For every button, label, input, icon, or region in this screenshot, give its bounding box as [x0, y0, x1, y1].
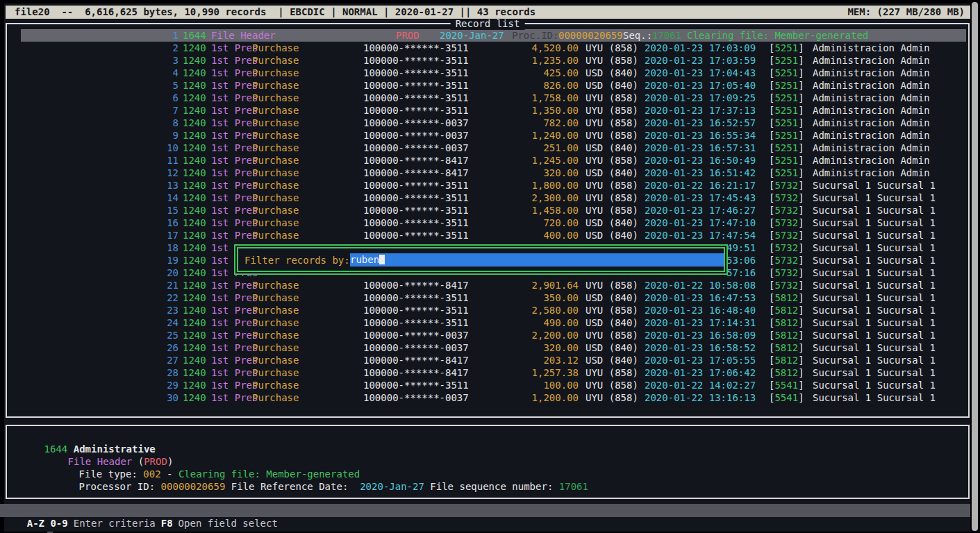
- filter-input[interactable]: ruben: [350, 253, 724, 266]
- mcc-code: [5251]: [769, 154, 804, 167]
- amount: 1,350.00: [479, 104, 579, 117]
- status-keys-2: F8: [161, 518, 173, 529]
- record-row[interactable]: 912401st PresPurchase100000-******-00371…: [0, 129, 970, 142]
- transaction-type: Purchase: [252, 104, 299, 117]
- record-row[interactable]: 2712401st PresPurchase100000-******-8417…: [0, 354, 970, 366]
- record-row[interactable]: 1712401st PresPurchase100000-******-3511…: [0, 229, 970, 242]
- record-subtype: 1st Pres: [211, 129, 258, 142]
- transaction-type: Purchase: [252, 42, 299, 54]
- record-no: 29: [139, 379, 178, 391]
- merchant-name: Sucursal 1 Sucursal 1: [813, 217, 936, 229]
- record-type: 1240: [183, 204, 206, 217]
- record-row[interactable]: 1212401st PresPurchase100000-******-8417…: [0, 167, 970, 179]
- datetime: 2020-01-23 16:47:53: [645, 291, 756, 304]
- record-row[interactable]: 712401st PresPurchase100000-******-35111…: [0, 104, 970, 117]
- record-no: 22: [139, 291, 178, 304]
- record-row[interactable]: 1012401st PresPurchase100000-******-0037…: [0, 142, 970, 154]
- merchant-name: Sucursal 1 Sucursal 1: [813, 366, 936, 379]
- record-row[interactable]: 3012401st PresPurchase100000-******-0037…: [0, 391, 970, 404]
- record-subtype: 1st Pres: [211, 279, 258, 291]
- record-no: 6: [139, 92, 178, 104]
- merchant-name: Administracion Admin: [813, 67, 930, 79]
- record-row[interactable]: 1412401st PresPurchase100000-******-3511…: [0, 192, 970, 204]
- record-row[interactable]: 1612401st PresPurchase100000-******-3511…: [0, 217, 970, 229]
- card-number: 100000-******-3511: [363, 229, 469, 242]
- record-no: 4: [139, 67, 178, 79]
- card-number: 100000-******-3511: [363, 192, 469, 204]
- mcc-code: [5812]: [769, 341, 804, 354]
- record-row[interactable]: 512401st PresPurchase100000-******-35118…: [0, 79, 970, 92]
- record-no: 27: [139, 354, 178, 366]
- card-number: 100000-******-0037: [363, 329, 469, 341]
- record-row[interactable]: 212401st PresPurchase100000-******-35114…: [0, 42, 970, 54]
- filter-input-value: ruben: [350, 254, 379, 265]
- record-row[interactable]: 2212401st PresPurchase100000-******-3511…: [0, 291, 970, 304]
- record-row[interactable]: 312401st PresPurchase100000-******-35111…: [0, 54, 970, 67]
- record-row[interactable]: 812401st PresPurchase100000-******-00377…: [0, 117, 970, 129]
- mcc-code: [5732]: [769, 229, 804, 242]
- record-row[interactable]: 1312401st PresPurchase100000-******-3511…: [0, 179, 970, 192]
- amount: 4,520.00: [479, 42, 579, 54]
- card-number: 100000-******-3511: [363, 304, 469, 316]
- record-row[interactable]: 1512401st PresPurchase100000-******-3511…: [0, 204, 970, 217]
- record-no: 23: [139, 304, 178, 316]
- record-row[interactable]: 412401st PresPurchase100000-******-35114…: [0, 67, 970, 79]
- record-row[interactable]: 2612401st PresPurchase100000-******-0037…: [0, 341, 970, 354]
- currency: USD (840): [585, 79, 638, 92]
- record-no: 25: [139, 329, 178, 341]
- record-row[interactable]: 1112401st PresPurchase100000-******-8417…: [0, 154, 970, 167]
- amount: 1,245.00: [479, 154, 579, 167]
- status-hint-2: Open field select: [178, 518, 278, 529]
- record-subtype: 1st Pres: [211, 67, 258, 79]
- currency: UYU (858): [585, 179, 638, 192]
- record-type: 1240: [183, 304, 206, 316]
- record-row[interactable]: 2312401st PresPurchase100000-******-3511…: [0, 304, 970, 316]
- merchant-name: Sucursal 1 Sucursal 1: [813, 179, 936, 192]
- mcc-code: [5812]: [769, 316, 804, 329]
- mcc-code: [5251]: [769, 42, 804, 54]
- record-subtype: 1st Pres: [211, 217, 258, 229]
- record-no: 3: [139, 54, 178, 67]
- merchant-name: Sucursal 1 Sucursal 1: [813, 229, 936, 242]
- bookmark-bar: M: 0123456789: [0, 518, 106, 531]
- card-number: 100000-******-3511: [363, 54, 469, 67]
- currency: UYU (858): [585, 129, 638, 142]
- seq-number: 17061: [652, 29, 681, 42]
- record-row[interactable]: 2512401st PresPurchase100000-******-0037…: [0, 329, 970, 341]
- datetime: 2020-01-22 10:58:08: [645, 279, 756, 291]
- card-number: 100000-******-8417: [363, 354, 469, 366]
- record-row[interactable]: 2112401st PresPurchase100000-******-8417…: [0, 279, 970, 291]
- currency: USD (840): [585, 354, 638, 366]
- record-row[interactable]: 2412401st PresPurchase100000-******-3511…: [0, 316, 970, 329]
- mcc-code: [5541]: [769, 379, 804, 391]
- merchant-name: Sucursal 1 Sucursal 1: [813, 391, 936, 404]
- card-number: 100000-******-3511: [363, 79, 469, 92]
- datetime: 2020-01-23 17:45:43: [645, 192, 756, 204]
- datetime: 2020-01-22 13:16:13: [645, 391, 756, 404]
- record-row[interactable]: 612401st PresPurchase100000-******-35111…: [0, 92, 970, 104]
- record-type: 1240: [183, 117, 206, 129]
- mcc-code: [5732]: [769, 217, 804, 229]
- transaction-type: Purchase: [252, 366, 299, 379]
- transaction-type: Purchase: [252, 354, 299, 366]
- record-subtype: 1st Pres: [211, 379, 258, 391]
- record-type: 1240: [183, 154, 206, 167]
- datetime: 2020-01-23 17:03:59: [645, 54, 756, 67]
- amount: 350.00: [479, 291, 579, 304]
- amount: 100.00: [479, 379, 579, 391]
- ref-date: 2020-Jan-27: [360, 481, 424, 492]
- card-number: 100000-******-3511: [363, 104, 469, 117]
- mcc-code: [5732]: [769, 266, 804, 279]
- record-no: 21: [139, 279, 178, 291]
- terminal-scrollbar[interactable]: [972, 2, 978, 531]
- record-row[interactable]: 11644File HeaderPROD2020-Jan-27Proc.ID:0…: [0, 29, 970, 42]
- record-no: 8: [139, 117, 178, 129]
- proc-id: 00000020659: [558, 29, 623, 42]
- amount: 203.12: [479, 354, 579, 366]
- merchant-name: Sucursal 1 Sucursal 1: [813, 291, 936, 304]
- merchant-name: Sucursal 1 Sucursal 1: [813, 254, 936, 266]
- record-row[interactable]: 2812401st PresPurchase100000-******-8417…: [0, 366, 970, 379]
- amount: 320.00: [479, 167, 579, 179]
- datetime: 2020-01-23 17:37:13: [645, 104, 756, 117]
- record-row[interactable]: 2912401st PresPurchase100000-******-3511…: [0, 379, 970, 391]
